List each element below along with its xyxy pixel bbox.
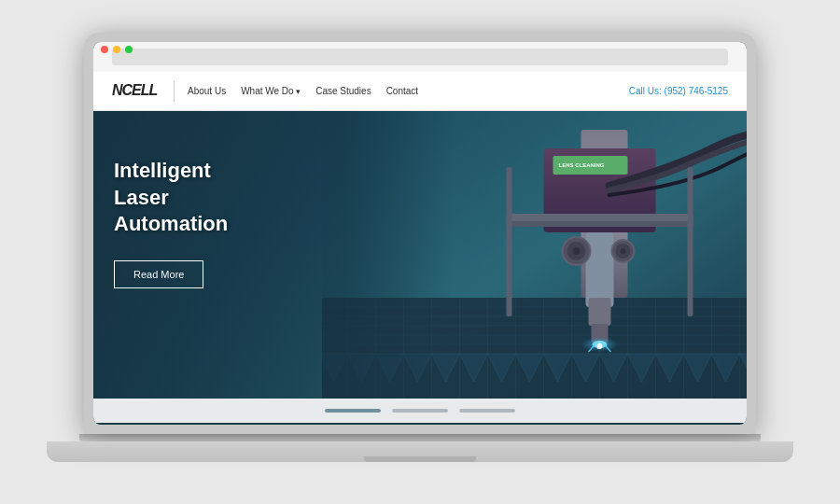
svg-point-49	[573, 247, 581, 255]
scene: NCELL About Us What We Do Case Studies C…	[19, 19, 821, 485]
svg-rect-61	[507, 167, 512, 316]
svg-rect-62	[688, 167, 693, 316]
svg-text:NCELL: NCELL	[112, 82, 158, 98]
svg-text:...: ...	[555, 171, 558, 175]
svg-rect-45	[589, 298, 611, 326]
nav-links: About Us What We Do Case Studies Contact	[188, 86, 629, 96]
traffic-light-red[interactable]	[101, 46, 108, 53]
site-logo: NCELL	[112, 80, 161, 103]
traffic-light-green[interactable]	[125, 46, 133, 53]
phone-number[interactable]: (952) 746-5125	[665, 86, 728, 96]
hero-title: Intelligent Laser Automation	[114, 158, 228, 238]
nav-what-we-do[interactable]: What We Do	[241, 86, 301, 96]
laptop-mockup: NCELL About Us What We Do Case Studies C…	[65, 33, 775, 471]
nav-about[interactable]: About Us	[188, 86, 226, 96]
traffic-light-yellow[interactable]	[113, 46, 120, 53]
hero-section: LENS CLEANING ...	[93, 111, 747, 399]
nav-call: Call Us: (952) 746-5125	[629, 86, 728, 96]
laptop-base	[47, 441, 793, 462]
slide-indicator-2[interactable]	[392, 409, 448, 413]
svg-point-52	[621, 248, 626, 254]
traffic-lights	[101, 46, 133, 53]
svg-text:LENS CLEANING: LENS CLEANING	[559, 162, 605, 168]
browser-chrome	[93, 42, 747, 72]
screen-bezel: NCELL About Us What We Do Case Studies C…	[84, 33, 756, 434]
logo-divider	[174, 81, 175, 102]
hero-content: Intelligent Laser Automation Read More	[114, 158, 228, 288]
nav-case-studies[interactable]: Case Studies	[315, 86, 371, 96]
site-navbar: NCELL About Us What We Do Case Studies C…	[93, 72, 747, 111]
svg-rect-60	[507, 221, 693, 227]
read-more-button[interactable]: Read More	[114, 260, 203, 288]
laptop-hinge	[79, 434, 761, 441]
site-footer-bar	[93, 399, 747, 423]
slide-indicator-3[interactable]	[459, 409, 515, 413]
nav-contact[interactable]: Contact	[386, 86, 418, 96]
slide-indicator-1[interactable]	[325, 409, 381, 413]
url-bar[interactable]	[112, 49, 728, 65]
laptop-screen: NCELL About Us What We Do Case Studies C…	[93, 42, 747, 425]
svg-rect-44	[586, 232, 614, 307]
